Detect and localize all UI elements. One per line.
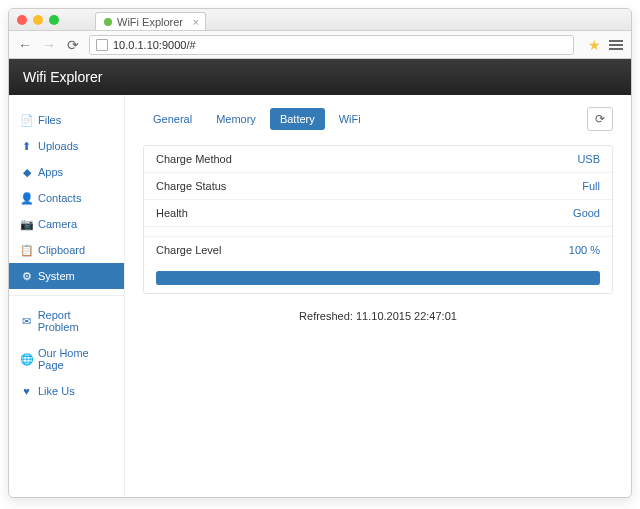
url-text: 10.0.1.10:9000/# [113, 39, 196, 51]
content-tabs: General Memory Battery WiFi ⟳ [143, 107, 613, 131]
home-icon: 🌐 [21, 354, 32, 365]
sidebar-item-report[interactable]: ✉Report Problem [9, 302, 124, 340]
tab-battery[interactable]: Battery [270, 108, 325, 130]
system-icon: ⚙ [21, 271, 32, 282]
divider [9, 295, 124, 296]
progress-track [156, 271, 600, 285]
row-charge-method: Charge Method USB [144, 146, 612, 173]
refreshed-text: Refreshed: 11.10.2015 22:47:01 [143, 310, 613, 322]
refresh-button[interactable]: ⟳ [587, 107, 613, 131]
tab-title: WiFi Explorer [117, 16, 183, 28]
reload-button[interactable]: ⟳ [65, 37, 81, 53]
url-input[interactable]: 10.0.1.10:9000/# [89, 35, 574, 55]
favicon-icon [104, 18, 112, 26]
sidebar-item-like[interactable]: ♥Like Us [9, 378, 124, 404]
tab-memory[interactable]: Memory [206, 108, 266, 130]
row-charge-status: Charge Status Full [144, 173, 612, 200]
sidebar-item-camera[interactable]: 📷Camera [9, 211, 124, 237]
battery-panel: Charge Method USB Charge Status Full Hea… [143, 145, 613, 294]
sidebar-item-system[interactable]: ⚙System [9, 263, 124, 289]
clipboard-icon: 📋 [21, 245, 32, 256]
browser-tab[interactable]: WiFi Explorer × [95, 12, 206, 30]
sidebar-item-clipboard[interactable]: 📋Clipboard [9, 237, 124, 263]
app-title: Wifi Explorer [23, 69, 102, 85]
minimize-icon[interactable] [33, 15, 43, 25]
panel-separator [144, 227, 612, 237]
file-icon: 📄 [21, 115, 32, 126]
sidebar-item-files[interactable]: 📄Files [9, 107, 124, 133]
camera-icon: 📷 [21, 219, 32, 230]
menu-icon[interactable] [609, 40, 623, 50]
charge-progress [144, 263, 612, 293]
browser-titlebar: WiFi Explorer × [9, 9, 631, 31]
report-icon: ✉ [21, 316, 32, 327]
like-icon: ♥ [21, 386, 32, 397]
maximize-icon[interactable] [49, 15, 59, 25]
close-icon[interactable] [17, 15, 27, 25]
contacts-icon: 👤 [21, 193, 32, 204]
bookmark-icon[interactable]: ★ [588, 37, 601, 53]
browser-toolbar: ← → ⟳ 10.0.1.10:9000/# ★ [9, 31, 631, 59]
page-icon [96, 39, 108, 51]
tab-close-icon[interactable]: × [193, 16, 199, 28]
tab-wifi[interactable]: WiFi [329, 108, 371, 130]
sidebar-item-apps[interactable]: ◆Apps [9, 159, 124, 185]
row-charge-level: Charge Level 100 % [144, 237, 612, 263]
forward-button[interactable]: → [41, 37, 57, 53]
back-button[interactable]: ← [17, 37, 33, 53]
tab-general[interactable]: General [143, 108, 202, 130]
sidebar-item-contacts[interactable]: 👤Contacts [9, 185, 124, 211]
upload-icon: ⬆ [21, 141, 32, 152]
sidebar-item-homepage[interactable]: 🌐Our Home Page [9, 340, 124, 378]
apps-icon: ◆ [21, 167, 32, 178]
progress-fill [156, 271, 600, 285]
app-header: Wifi Explorer [9, 59, 631, 95]
row-health: Health Good [144, 200, 612, 227]
sidebar: 📄Files ⬆Uploads ◆Apps 👤Contacts 📷Camera … [9, 95, 125, 497]
sidebar-item-uploads[interactable]: ⬆Uploads [9, 133, 124, 159]
refresh-icon: ⟳ [595, 112, 605, 126]
